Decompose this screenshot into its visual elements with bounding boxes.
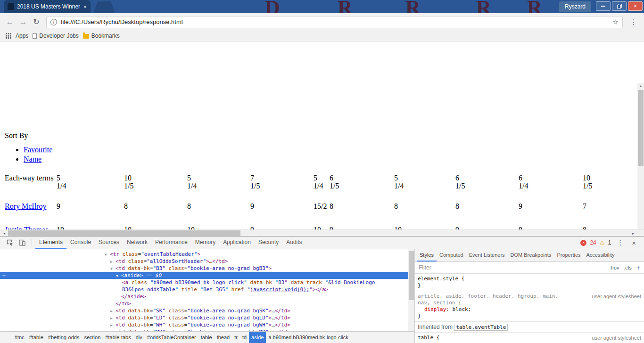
bookmark-star-icon[interactable]: ☆ (612, 18, 619, 26)
breadcrumb-item[interactable]: section (82, 332, 103, 343)
css-rule[interactable]: user agent stylesheet article, aside, fo… (415, 291, 644, 322)
tree-line[interactable]: ▶<td data-bk="WH" class="bookie-area no-… (0, 321, 414, 328)
address-bar[interactable]: i ☆ (46, 16, 623, 28)
breadcrumb-item[interactable]: a.b90med.bB390med.bk-logo-click (266, 332, 350, 343)
page-info-icon[interactable]: i (50, 19, 57, 25)
styles-filter-input[interactable] (419, 264, 605, 271)
tree-line[interactable]: B3&lpos=oddsTable" title="Bet 365" href=… (0, 286, 414, 293)
css-property[interactable]: display: block; (418, 306, 641, 313)
class-toggle-button[interactable]: .cls (624, 265, 632, 270)
tree-scroll-thumb[interactable] (409, 251, 414, 300)
css-rule[interactable]: user agent stylesheet table { (415, 333, 644, 343)
tree-line[interactable]: <a class="b90med bB390med bk-logo-click"… (0, 279, 414, 286)
expand-arrow-icon[interactable]: ▶ (110, 315, 116, 322)
more-actions-icon[interactable]: ⋯ (2, 272, 6, 279)
expand-arrow-icon[interactable]: ▶ (110, 258, 116, 265)
minimize-button[interactable] (596, 1, 611, 11)
sidebar-tab-dom-breakpoints[interactable]: DOM Breakpoints (508, 249, 554, 261)
devtools-tab-audits[interactable]: Audits (282, 237, 305, 249)
browser-tab[interactable]: 2018 US Masters Winner × (4, 0, 91, 13)
apps-label[interactable]: Apps (16, 33, 28, 39)
sort-link-favourite[interactable]: Favourite (24, 146, 52, 154)
scroll-left-icon[interactable]: ◄ (1, 230, 8, 237)
tab-close-icon[interactable]: × (83, 4, 87, 10)
sidebar-tab-styles[interactable]: Styles (417, 249, 437, 261)
bookmark-item-bookmarks[interactable]: Bookmarks (83, 33, 120, 39)
devtools-tab-performance[interactable]: Performance (151, 237, 191, 249)
css-selector[interactable]: element.style { (418, 276, 641, 282)
tree-line[interactable]: </aside> (0, 293, 414, 300)
scroll-right-icon[interactable]: ► (630, 230, 636, 237)
tree-scrollbar[interactable] (408, 249, 414, 331)
devtools-tab-network[interactable]: Network (123, 237, 151, 249)
sidebar-tab-event-listeners[interactable]: Event Listeners (466, 249, 508, 261)
url-input[interactable] (61, 18, 609, 25)
tree-line[interactable]: ▼<td data-bk="B3" class="bookie-area no-… (0, 265, 414, 272)
breadcrumb-item[interactable]: tr (232, 332, 240, 343)
browser-menu-button[interactable]: ⋮ (627, 18, 640, 26)
element-style-rule[interactable]: element.style { } (415, 274, 644, 291)
bookmark-item-developer-jobs[interactable]: Developer Jobs (33, 33, 78, 39)
sidebar-tab-accessibility[interactable]: Accessibility (584, 249, 618, 261)
breadcrumb-item[interactable]: #table-tabs (103, 332, 133, 343)
close-button[interactable]: × (628, 1, 643, 11)
expand-arrow-icon[interactable]: ▼ (116, 272, 121, 279)
tree-line[interactable]: </td> (0, 300, 414, 307)
error-icon[interactable]: × (580, 240, 586, 246)
breadcrumb-item[interactable]: #table (27, 332, 46, 343)
vertical-scroll-thumb[interactable] (638, 90, 644, 166)
new-style-rule-button[interactable]: + (636, 264, 640, 271)
sort-link-name[interactable]: Name (24, 155, 41, 163)
warning-count[interactable]: 1 (608, 239, 611, 246)
page-vertical-scrollbar[interactable]: ▲ ▼ (637, 83, 644, 229)
expand-arrow-icon[interactable]: ▶ (110, 322, 116, 329)
devtools-tab-console[interactable]: Console (66, 237, 95, 249)
devtools-tab-application[interactable]: Application (219, 237, 255, 249)
tree-line[interactable]: ▶<td data-bk="SK" class="bookie-area no-… (0, 307, 414, 314)
player-link[interactable]: Justin Thomas (5, 226, 49, 229)
tree-line[interactable]: ▼<tr class="eventTableHeader"> (0, 251, 414, 258)
inherited-from-link[interactable]: table.eventTable (454, 324, 508, 331)
css-property-name[interactable]: display (424, 306, 446, 312)
refresh-button[interactable]: ↻ (30, 16, 42, 28)
inspect-element-button[interactable] (4, 237, 16, 248)
breadcrumb-item[interactable]: #mc (12, 332, 27, 343)
expand-arrow-icon[interactable]: ▶ (110, 308, 116, 315)
css-property-value[interactable]: block; (453, 306, 471, 312)
breadcrumb-item[interactable]: #oddsTableContainer (145, 332, 198, 343)
profile-button[interactable]: Ryszard (559, 1, 591, 12)
horizontal-scroll-thumb[interactable] (8, 230, 240, 236)
devtools-tab-memory[interactable]: Memory (191, 237, 219, 249)
breadcrumb-item[interactable]: table (198, 332, 215, 343)
breadcrumb-item[interactable]: #betting-odds (46, 332, 82, 343)
devtools-tab-sources[interactable]: Sources (95, 237, 123, 249)
device-toolbar-button[interactable] (16, 237, 28, 248)
devtools-tab-security[interactable]: Security (255, 237, 282, 249)
maximize-button[interactable] (612, 1, 627, 11)
sidebar-tab-properties[interactable]: Properties (554, 249, 583, 261)
css-selector[interactable]: nav, section { (418, 300, 641, 306)
pseudo-state-button[interactable]: :hov (610, 265, 619, 270)
back-button[interactable]: ← (4, 16, 16, 28)
breadcrumb-item[interactable]: td (240, 332, 249, 343)
error-count[interactable]: 24 (590, 239, 596, 246)
player-link[interactable]: Rory McIlroy (5, 202, 46, 210)
devtools-menu-button[interactable]: ⋮ (614, 238, 626, 247)
expand-arrow-icon[interactable]: ▼ (105, 251, 110, 258)
sidebar-tab-computed[interactable]: Computed (437, 249, 466, 261)
breadcrumb-item[interactable]: div (133, 332, 145, 343)
devtools-tab-elements[interactable]: Elements (35, 237, 66, 249)
breadcrumb-item-selected[interactable]: aside (249, 332, 266, 343)
tree-line[interactable]: ▶<td class="allOddsSortHeader">…</td> (0, 258, 414, 265)
scroll-up-icon[interactable]: ▲ (637, 83, 644, 90)
page-horizontal-scrollbar[interactable]: ◄ ► (0, 229, 644, 236)
breadcrumb-item[interactable]: thead (215, 332, 232, 343)
tree-line[interactable]: ▶<td data-bk="LD" class="bookie-area no-… (0, 314, 414, 321)
tree-line-selected[interactable]: ⋯▼<aside> == $0 (0, 272, 414, 279)
devtools-close-button[interactable]: × (629, 239, 638, 247)
warning-icon[interactable]: ⚠ (600, 240, 605, 245)
expand-arrow-icon[interactable]: ▼ (110, 265, 116, 272)
forward-button[interactable]: → (17, 16, 29, 28)
apps-grid-icon[interactable] (6, 33, 11, 39)
new-tab-button[interactable] (93, 1, 115, 13)
